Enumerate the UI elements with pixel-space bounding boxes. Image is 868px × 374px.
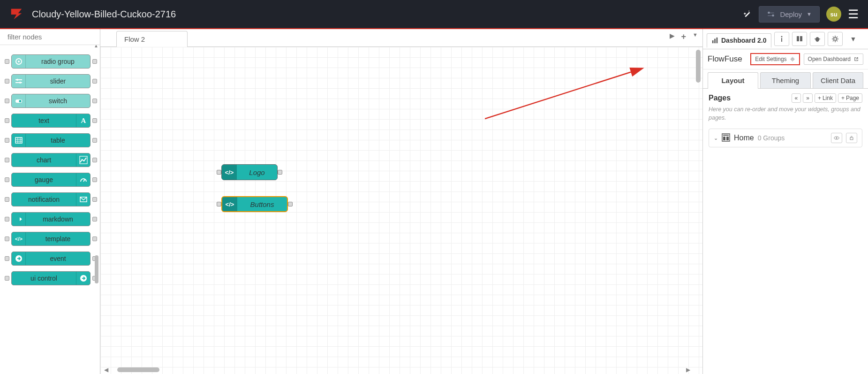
gear-icon[interactable] <box>828 32 843 46</box>
node-port[interactable] <box>5 197 9 202</box>
chevron-down-icon[interactable]: ⌄ <box>714 135 718 141</box>
table-icon <box>12 134 26 147</box>
node-port[interactable] <box>5 158 9 162</box>
bug-icon[interactable] <box>810 32 825 46</box>
scroll-right-icon[interactable]: ▶ <box>686 366 690 373</box>
subtab-layout[interactable]: Layout <box>708 72 758 89</box>
hamburger-menu-icon[interactable]: ☰ <box>848 7 859 22</box>
node-port-out[interactable] <box>288 202 293 206</box>
add-page-button[interactable]: + Page <box>838 93 862 103</box>
palette-node-label: slider <box>26 77 90 85</box>
canvas-scrollbar-vertical[interactable] <box>696 50 702 363</box>
flow-node-buttons[interactable]: </> Buttons <box>217 196 293 212</box>
palette-node-label: markdown <box>26 215 90 223</box>
bar-chart-icon <box>712 37 718 44</box>
pages-header: Pages « » + Link + Page <box>709 93 862 103</box>
filter-nodes-input[interactable] <box>8 33 97 41</box>
pages-help-text: Here you can re-order and move your widg… <box>709 106 862 122</box>
svg-point-5 <box>18 61 20 62</box>
slider-icon <box>12 75 26 88</box>
book-icon[interactable] <box>792 32 807 46</box>
info-icon[interactable] <box>774 32 789 46</box>
add-link-button[interactable]: + Link <box>815 93 836 103</box>
canvas-scrollbar-horizontal[interactable]: ◀ ▶ <box>103 367 691 373</box>
open-dashboard-button[interactable]: Open Dashboard <box>804 53 863 65</box>
palette-node-slider[interactable]: slider <box>5 74 97 88</box>
palette-node-text[interactable]: textA <box>5 114 97 128</box>
deploy-button[interactable]: Deploy ▼ <box>759 6 820 23</box>
node-port-out[interactable] <box>278 170 282 175</box>
node-port-in[interactable] <box>217 170 221 175</box>
node-port[interactable] <box>5 79 9 84</box>
collapse-all-button[interactable]: « <box>792 93 801 103</box>
expand-all-button[interactable]: » <box>803 93 813 103</box>
run-icon[interactable]: ▶ <box>670 32 675 42</box>
palette-node-notification[interactable]: notification <box>5 192 97 206</box>
node-port-in[interactable] <box>217 202 221 206</box>
edit-settings-button[interactable]: Edit Settings <box>750 53 800 65</box>
add-flow-icon[interactable]: + <box>681 32 687 42</box>
node-port[interactable] <box>5 118 9 123</box>
gear-icon <box>790 56 795 62</box>
svg-rect-25 <box>712 40 714 43</box>
palette-node-table[interactable]: table <box>5 133 97 147</box>
palette-filter-row <box>0 29 100 45</box>
palette-scrollbar[interactable] <box>94 49 99 370</box>
palette-node-radio-group[interactable]: radio group <box>5 54 97 69</box>
node-port[interactable] <box>5 276 9 281</box>
node-port[interactable] <box>5 256 9 261</box>
node-port[interactable] <box>5 217 9 221</box>
node-port[interactable] <box>5 138 9 143</box>
palette-node-markdown[interactable]: markdown <box>5 212 97 226</box>
scroll-left-icon[interactable]: ◀ <box>104 366 108 373</box>
sidebar-tab-dashboard[interactable]: Dashboard 2.0 <box>707 33 771 48</box>
sidebar-menu-chevron-icon[interactable]: ▼ <box>845 32 860 46</box>
sidebar-header: FlowFuse Edit Settings Open Dashboard <box>703 49 868 69</box>
palette-node-gauge[interactable]: gauge <box>5 173 97 187</box>
palette-node-label: notification <box>12 196 76 203</box>
page-groups-count: 0 Groups <box>758 134 827 142</box>
svg-line-19 <box>83 179 85 182</box>
canvas-scroll-thumb-v[interactable] <box>696 50 701 83</box>
eye-icon[interactable] <box>831 133 842 143</box>
header-actions: Deploy ▼ su ☰ <box>742 6 859 23</box>
mail-icon <box>76 193 90 206</box>
tabbar-actions: ▶ + ▼ <box>670 32 698 42</box>
palette-node-event[interactable]: event <box>5 252 97 266</box>
subtab-client-data[interactable]: Client Data <box>813 72 863 88</box>
flowfuse-logo-icon <box>9 7 23 21</box>
flow-canvas[interactable]: ◀ ▶ </> Logo </> Buttons <box>100 47 702 374</box>
user-avatar[interactable]: su <box>826 7 841 22</box>
flow-tabbar: Flow 2 ▶ + ▼ <box>100 29 702 47</box>
scroll-up-icon[interactable]: ▲ <box>94 45 98 48</box>
radio-icon <box>12 55 26 68</box>
node-port[interactable] <box>5 59 9 64</box>
deploy-label: Deploy <box>780 10 802 18</box>
edit-settings-label: Edit Settings <box>755 56 786 62</box>
add-page-label: Page <box>846 95 859 101</box>
palette-node-chart[interactable]: chart <box>5 153 97 167</box>
palette-node-label: switch <box>26 97 90 105</box>
node-port[interactable] <box>5 177 9 182</box>
page-entry[interactable]: ⌄ Home 0 Groups <box>709 129 862 147</box>
svg-rect-38 <box>723 135 729 136</box>
subtab-theming[interactable]: Theming <box>760 72 811 88</box>
node-port[interactable] <box>5 99 9 103</box>
layout-icon <box>722 133 730 143</box>
palette-scroll-thumb[interactable] <box>95 255 98 283</box>
palette-node-switch[interactable]: switch <box>5 94 97 108</box>
svg-text:A: A <box>81 117 86 124</box>
magic-wand-icon[interactable] <box>742 9 752 19</box>
workspace: Flow 2 ▶ + ▼ ◀ ▶ </> Logo <box>100 29 703 374</box>
palette-node-ui-control[interactable]: ui control <box>5 271 97 285</box>
node-port[interactable] <box>5 237 9 241</box>
node-label: Buttons <box>237 200 287 208</box>
palette-node-label: text <box>12 117 76 124</box>
flow-tab[interactable]: Flow 2 <box>116 31 188 47</box>
flow-menu-chevron-icon[interactable]: ▼ <box>693 32 698 42</box>
svg-point-8 <box>16 79 18 81</box>
canvas-scroll-thumb-h[interactable] <box>117 367 159 372</box>
palette-node-template[interactable]: </>template <box>5 232 97 246</box>
flow-node-logo[interactable]: </> Logo <box>217 164 282 180</box>
lock-icon[interactable] <box>846 133 857 143</box>
